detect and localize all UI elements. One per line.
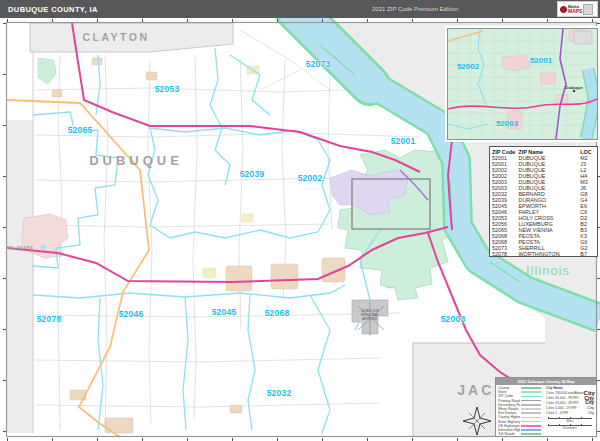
inset-zip-label-52001: 52001 xyxy=(530,56,552,65)
legend-line-swatch xyxy=(521,408,541,410)
logo-maps-text: MAPS xyxy=(568,9,582,13)
legend-line-items: CountyStateZIP CodePrimary RoadsSecondar… xyxy=(498,386,544,436)
legend-city-item: Cities 5,000 - 19,999City xyxy=(546,405,594,410)
legend-line-swatch xyxy=(521,425,541,427)
legend-line-swatch xyxy=(521,391,541,393)
dubuque-city-inset-map: 520025200152003Dubuque xyxy=(447,28,598,140)
title-bar: DUBUQUE COUNTY, IA 2021 ZIP Code Premium… xyxy=(0,0,600,18)
zip-table-cell: WORTHINGTON xyxy=(518,251,580,257)
inset-gray-area xyxy=(574,31,592,44)
map-legend: 2021 Dubuque County, IA Map CountyStateZ… xyxy=(495,377,597,437)
legend-city-label: Cities 100,000 and Above xyxy=(546,391,584,395)
map-page: 5207352053520655203952002520015207852046… xyxy=(0,0,600,441)
legend-line-label: Toll Roads xyxy=(498,432,520,436)
scale-bar-km xyxy=(548,424,592,426)
legend-line-swatch xyxy=(521,396,541,398)
zip-table-cell: 52078 xyxy=(492,251,518,257)
legend-city-item: Cities 1 - 4,999City xyxy=(546,410,594,415)
legend-line-swatch xyxy=(521,433,541,435)
scale-label-km: Kilometers xyxy=(546,426,594,430)
zip-table-body: 52001DUBUQUEM252001DUBUQUEJ352002DUBUQUE… xyxy=(492,155,595,258)
legend-line-swatch xyxy=(521,421,541,423)
frame-ticks-left xyxy=(3,23,6,436)
legend-city-label: Cities 5,000 - 19,999 xyxy=(546,406,576,410)
zip-table-row: 52078WORTHINGTONB7 xyxy=(492,251,595,257)
scale-bar-miles xyxy=(548,417,592,419)
logo-address-block xyxy=(583,4,593,15)
legend-line-swatch xyxy=(521,417,541,419)
legend-city-label: Cities 50,000 - 99,999 xyxy=(546,396,578,400)
inset-city-label: Dubuque xyxy=(565,85,582,90)
inset-city-dot xyxy=(573,90,575,92)
legend-title: 2021 Dubuque County, IA Map xyxy=(496,378,596,385)
logo-globe-icon xyxy=(560,6,567,13)
legend-line-swatch xyxy=(521,404,541,406)
dyersville-lake xyxy=(41,245,46,250)
edition-label: 2021 ZIP Code Premium Edition xyxy=(360,6,470,12)
legend-city-label: Cities 1 - 4,999 xyxy=(546,411,568,415)
frame-ticks-top xyxy=(7,19,596,22)
legend-line-swatch xyxy=(521,412,541,414)
legend-line-swatch xyxy=(521,387,541,389)
legend-city-label: Cities 20,000 - 49,999 xyxy=(546,401,578,405)
legend-line-swatch xyxy=(521,400,541,402)
marketmaps-logo: Market MAPS xyxy=(557,1,598,17)
scale-label-miles: Miles xyxy=(546,419,594,423)
delaware-county-area xyxy=(7,120,33,433)
inset-zip-label-52003: 52003 xyxy=(496,119,518,128)
zip-code-table: ZIP Code ZIP Name LOC 52001DUBUQUEM25200… xyxy=(489,146,598,257)
legend-city-items: Cities 100,000 and AboveCityCities 50,00… xyxy=(546,390,594,415)
map-title: DUBUQUE COUNTY, IA xyxy=(8,5,98,14)
inset-zip-label-52002: 52002 xyxy=(457,62,479,71)
legend-city-sample: City xyxy=(587,405,594,410)
legend-line-item: Toll Roads xyxy=(498,432,544,436)
zip-table-cell: B7 xyxy=(580,251,595,257)
legend-scale-bar: Miles Kilometers xyxy=(546,417,594,431)
legend-line-swatch xyxy=(521,429,541,431)
legend-city-sample: City xyxy=(588,411,594,415)
